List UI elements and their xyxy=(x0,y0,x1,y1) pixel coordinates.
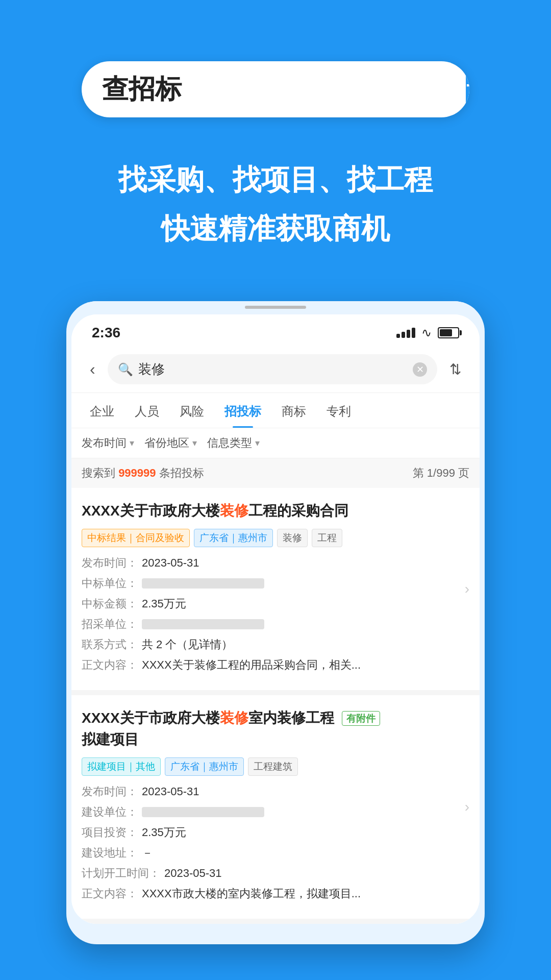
phone-notch xyxy=(66,301,485,309)
signal-icon xyxy=(396,328,415,338)
app-header: ‹ 🔍 装修 ✕ ⇅ xyxy=(71,346,480,393)
battery-icon xyxy=(438,327,459,338)
tag-location: 广东省｜惠州市 xyxy=(194,529,273,547)
results-prefix: 搜索到 xyxy=(82,467,118,479)
search-input[interactable]: 查招标 xyxy=(82,74,466,105)
results-page: 第 1/999 页 xyxy=(413,465,469,481)
card-2-content: 正文内容： XXXX市政大楼的室内装修工程，拟建项目... xyxy=(82,886,469,901)
tab-bidding[interactable]: 招投标 xyxy=(214,393,271,428)
tab-trademark[interactable]: 商标 xyxy=(271,393,316,428)
clear-button[interactable]: ✕ xyxy=(413,362,427,377)
filter-publish-time[interactable]: 发布时间 ▾ xyxy=(82,435,134,451)
wifi-icon: ∿ xyxy=(421,326,432,340)
tab-patent[interactable]: 专利 xyxy=(316,393,361,428)
category-tabs: 企业 人员 风险 招投标 商标 专利 xyxy=(71,393,480,428)
card-1-publish-time: 发布时间： 2023-05-31 xyxy=(82,555,469,571)
phone-screen: 2:36 ∿ ‹ 🔍 xyxy=(71,314,480,924)
status-bar: 2:36 ∿ xyxy=(71,314,480,346)
card-2-publish-time: 发布时间： 2023-05-31 xyxy=(82,784,469,799)
search-button[interactable]: 查一下 xyxy=(466,61,469,117)
card-2-tags: 拟建项目｜其他 广东省｜惠州市 工程建筑 xyxy=(82,757,469,776)
results-summary: 搜索到 999999 条招投标 xyxy=(82,465,204,481)
tab-enterprise[interactable]: 企业 xyxy=(80,393,124,428)
card-2-builder: 建设单位： xyxy=(82,804,469,820)
search-bar[interactable]: 查招标 查一下 xyxy=(82,61,469,117)
result-card-2[interactable]: XXXX关于市政府大楼装修室内装修工程 有附件 拟建项目 拟建项目｜其他 广东省… xyxy=(71,695,480,924)
results-suffix: 条招投标 xyxy=(156,467,204,479)
filter-button[interactable]: ⇅ xyxy=(445,359,465,380)
inner-search-text: 装修 xyxy=(138,360,408,378)
results-bar: 搜索到 999999 条招投标 第 1/999 页 xyxy=(71,458,480,488)
status-time: 2:36 xyxy=(92,325,120,341)
tab-risk[interactable]: 风险 xyxy=(169,393,214,428)
inner-search-icon: 🔍 xyxy=(118,362,133,377)
tagline-line1: 找采购、找项目、找工程 xyxy=(31,158,520,201)
inner-search-field[interactable]: 🔍 装修 ✕ xyxy=(108,354,437,384)
filter-arrow-1: ▾ xyxy=(130,437,134,449)
card-1-arrow: › xyxy=(465,581,469,597)
status-icons: ∿ xyxy=(396,326,459,340)
card-2-start-time: 计划开工时间： 2023-05-31 xyxy=(82,866,469,881)
card-2-arrow: › xyxy=(465,799,469,815)
back-button[interactable]: ‹ xyxy=(86,358,99,381)
tag-decoration: 装修 xyxy=(277,529,308,547)
search-section: 查招标 查一下 xyxy=(0,0,551,148)
tag-construction: 工程建筑 xyxy=(248,757,298,776)
results-count: 999999 xyxy=(118,467,156,479)
card-1-content: 正文内容： XXXX关于装修工程的用品采购合同，相关... xyxy=(82,657,469,673)
card-1-winner: 中标单位： xyxy=(82,576,469,591)
card-2-investment: 项目投资： 2.35万元 xyxy=(82,825,469,840)
tagline: 找采购、找项目、找工程 快速精准获取商机 xyxy=(0,148,551,281)
tag-engineering: 工程 xyxy=(312,529,342,547)
tag-location-2: 广东省｜惠州市 xyxy=(165,757,244,776)
tab-personnel[interactable]: 人员 xyxy=(124,393,169,428)
card-2-address: 建设地址： － xyxy=(82,845,469,861)
filter-arrow-3: ▾ xyxy=(255,437,260,449)
tag-planned-project: 拟建项目｜其他 xyxy=(82,757,161,776)
tagline-line2: 快速精准获取商机 xyxy=(31,207,520,250)
notch-bar xyxy=(245,306,306,309)
card-1-tags: 中标结果｜合同及验收 广东省｜惠州市 装修 工程 xyxy=(82,529,469,547)
filter-arrow-2: ▾ xyxy=(192,437,197,449)
card-2-title: XXXX关于市政府大楼装修室内装修工程 有附件 拟建项目 xyxy=(82,707,469,750)
filter-row: 发布时间 ▾ 省份地区 ▾ 信息类型 ▾ xyxy=(71,428,480,458)
tag-result-type: 中标结果｜合同及验收 xyxy=(82,529,190,547)
phone-mockup: 2:36 ∿ ‹ 🔍 xyxy=(66,301,485,944)
filter-info-type[interactable]: 信息类型 ▾ xyxy=(207,435,260,451)
result-card-1[interactable]: XXXX关于市政府大楼装修工程的采购合同 中标结果｜合同及验收 广东省｜惠州市 … xyxy=(71,488,480,695)
phone-wrapper: 2:36 ∿ ‹ 🔍 xyxy=(0,281,551,944)
filter-province[interactable]: 省份地区 ▾ xyxy=(144,435,197,451)
card-1-amount: 中标金额： 2.35万元 xyxy=(82,596,469,611)
card-1-contact: 联系方式： 共 2 个（见详情） xyxy=(82,637,469,652)
card-1-purchaser: 招采单位： xyxy=(82,617,469,632)
attachment-badge: 有附件 xyxy=(342,711,380,726)
card-1-title: XXXX关于市政府大楼装修工程的采购合同 xyxy=(82,500,469,522)
